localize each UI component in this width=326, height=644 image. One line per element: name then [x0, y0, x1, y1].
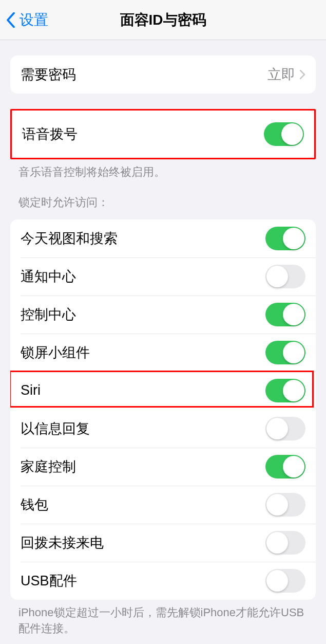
lock-access-toggle[interactable]: [265, 303, 305, 326]
lock-access-toggle[interactable]: [265, 227, 305, 250]
lock-access-label: USB配件: [21, 572, 77, 590]
voice-dial-row: 语音拨号: [12, 111, 314, 158]
lock-access-row: 以信息回复: [10, 410, 316, 448]
lock-access-row: 控制中心: [10, 296, 316, 334]
toggle-knob: [283, 342, 304, 363]
back-label: 设置: [20, 10, 48, 30]
lock-access-toggle[interactable]: [265, 493, 305, 517]
lock-access-toggle[interactable]: [265, 379, 305, 402]
lock-access-label: 回拨未接来电: [21, 533, 104, 552]
toggle-knob: [283, 228, 304, 249]
toggle-knob: [266, 570, 288, 592]
lock-access-row: USB配件: [10, 562, 316, 600]
lock-access-label: 控制中心: [21, 305, 76, 324]
lock-access-toggle[interactable]: [265, 265, 305, 288]
chevron-left-icon: [6, 12, 15, 28]
toggle-knob: [266, 532, 288, 554]
lock-access-row: 回拨未接来电: [10, 524, 316, 562]
toggle-knob: [281, 123, 303, 145]
lock-access-footer: iPhone锁定超过一小时后，需先解锁iPhone才能允许USB配件连接。: [0, 600, 326, 637]
lock-access-toggle[interactable]: [265, 569, 305, 593]
toggle-knob: [266, 266, 288, 287]
voice-dial-footer: 音乐语音控制将始终被启用。: [0, 159, 326, 180]
toggle-knob: [266, 418, 288, 439]
lock-access-group: 今天视图和搜索通知中心控制中心锁屏小组件Siri以信息回复家庭控制钱包回拨未接来…: [10, 219, 316, 600]
chevron-right-icon: [299, 69, 305, 80]
lock-access-row: 钱包: [10, 486, 316, 524]
page-title: 面容ID与密码: [0, 10, 326, 30]
lock-access-label: 家庭控制: [21, 457, 76, 476]
nav-bar: 设置 面容ID与密码: [0, 0, 326, 40]
lock-access-label: 今天视图和搜索: [21, 229, 118, 248]
lock-access-label: Siri: [21, 382, 41, 398]
lock-access-toggle[interactable]: [265, 531, 305, 555]
lock-access-toggle[interactable]: [265, 417, 305, 440]
require-passcode-value: 立即: [267, 65, 295, 84]
toggle-knob: [266, 494, 288, 516]
lock-access-label: 以信息回复: [21, 419, 90, 438]
lock-access-toggle[interactable]: [265, 341, 305, 364]
lock-access-row: Siri: [10, 372, 316, 410]
voice-dial-group: 语音拨号: [12, 111, 314, 158]
toggle-knob: [283, 380, 304, 401]
require-passcode-label: 需要密码: [21, 65, 76, 84]
lock-access-row: 家庭控制: [10, 448, 316, 486]
voice-dial-label: 语音拨号: [22, 125, 78, 143]
toggle-knob: [283, 304, 304, 325]
require-passcode-group: 需要密码 立即: [10, 56, 316, 94]
lock-access-label: 锁屏小组件: [21, 343, 90, 362]
lock-access-row: 锁屏小组件: [10, 334, 316, 372]
lock-access-label: 钱包: [21, 495, 48, 514]
voice-dial-highlight: 语音拨号: [10, 109, 316, 159]
lock-access-row: 通知中心: [10, 257, 316, 296]
voice-dial-toggle[interactable]: [264, 122, 304, 146]
lock-access-label: 通知中心: [21, 267, 76, 286]
toggle-knob: [283, 456, 304, 477]
lock-access-row: 今天视图和搜索: [10, 219, 316, 257]
require-passcode-row[interactable]: 需要密码 立即: [10, 56, 316, 94]
lock-access-toggle[interactable]: [265, 455, 305, 479]
back-button[interactable]: 设置: [0, 10, 48, 30]
lock-access-header: 锁定时允许访问：: [0, 180, 326, 210]
